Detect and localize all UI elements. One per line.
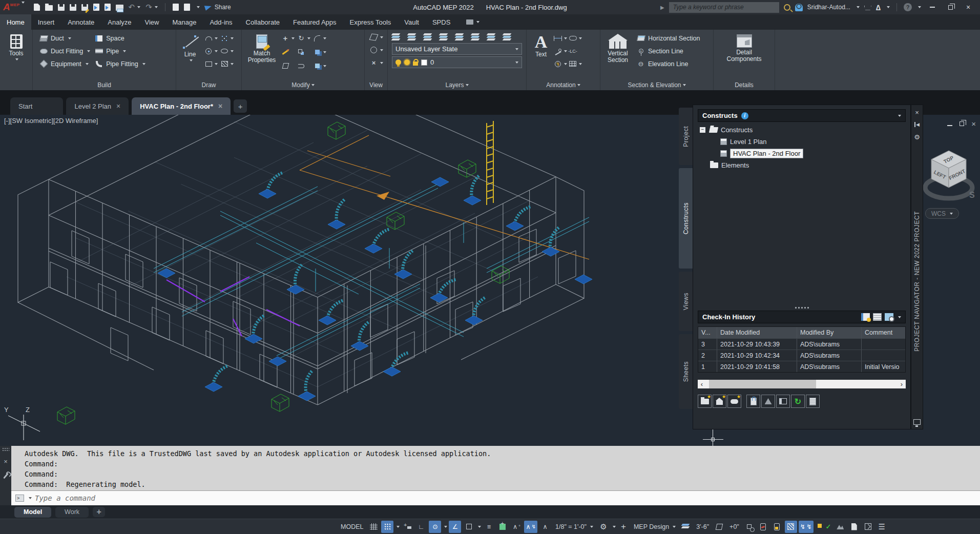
security-button[interactable] xyxy=(771,521,783,533)
app-store-cart-icon[interactable] xyxy=(864,6,871,10)
horizontal-scrollbar[interactable]: ‹ › xyxy=(698,380,906,388)
column-date-modified[interactable]: Date Modified xyxy=(717,327,797,338)
file-tab-start[interactable]: Start xyxy=(10,97,63,115)
save-button[interactable] xyxy=(70,4,76,11)
dynamic-ucs-button[interactable]: ✓ xyxy=(815,521,832,533)
restore-button[interactable] xyxy=(944,2,957,12)
save-to-web-button[interactable] xyxy=(93,4,99,11)
draw-panel-label[interactable]: Draw xyxy=(176,80,241,90)
modify-panel-label[interactable]: Modify xyxy=(242,80,364,90)
new-construct-button[interactable]: ★ xyxy=(713,395,726,408)
new-category-button[interactable]: ★ xyxy=(698,395,712,408)
view-cube-button[interactable] xyxy=(369,31,383,44)
layer-properties-icon[interactable] xyxy=(392,33,401,40)
qat-customize-caret-icon[interactable] xyxy=(197,6,200,8)
detail-view-button[interactable] xyxy=(776,395,790,408)
leader-button[interactable] xyxy=(553,45,567,57)
side-tab-views[interactable]: Views xyxy=(679,272,693,331)
text-button[interactable]: A Text xyxy=(531,32,551,80)
checkin-preview-icon[interactable] xyxy=(885,313,893,321)
customization-menu-button[interactable]: ☰ xyxy=(875,521,888,533)
layers-panel-label[interactable]: Layers xyxy=(388,80,526,90)
tools-button[interactable]: Tools xyxy=(2,32,30,90)
new-drawing-tab-button[interactable]: + xyxy=(234,99,247,113)
dynamic-input-button[interactable] xyxy=(401,521,413,533)
tree-item-hvac-plan[interactable]: HVAC Plan - 2nd Floor xyxy=(698,148,906,159)
drawing-tools-button[interactable] xyxy=(761,395,775,408)
layer-off-icon[interactable] xyxy=(408,33,416,40)
viewport-controls-label[interactable]: [-][SW Isometric][2D Wireframe] xyxy=(4,117,98,125)
layout-tab-work[interactable]: Work xyxy=(55,507,89,518)
table-button[interactable] xyxy=(568,57,582,70)
settings-gear-button[interactable]: ⚙ xyxy=(597,521,610,533)
tab-spds[interactable]: SPDS xyxy=(426,14,457,30)
tab-home[interactable]: Home xyxy=(0,14,31,30)
search-input[interactable] xyxy=(669,2,779,13)
search-expand-icon[interactable]: ▶ xyxy=(660,5,664,10)
horizontal-section-button[interactable]: Horizontal Section xyxy=(636,32,700,45)
hatch-button[interactable] xyxy=(220,57,234,70)
file-tab-hvac[interactable]: HVAC Plan - 2nd Floor*× xyxy=(132,97,231,115)
transfer-button[interactable] xyxy=(105,4,111,11)
circle-button[interactable] xyxy=(204,45,218,57)
snap-mode-button[interactable] xyxy=(381,521,393,533)
stretch-button[interactable] xyxy=(312,46,326,58)
drawing-close-button[interactable]: × xyxy=(971,119,976,128)
drawing-restore-button[interactable] xyxy=(960,119,964,128)
close-tab-icon[interactable]: × xyxy=(218,102,222,110)
tree-item-level1-plan[interactable]: Level 1 Plan xyxy=(698,136,906,148)
isoplane-caret-icon[interactable] xyxy=(478,526,481,528)
save-as-button[interactable] xyxy=(81,4,88,11)
palette-close-button[interactable]: × xyxy=(911,106,923,118)
elevation-line-button[interactable]: ⊖Elevation Line xyxy=(636,57,700,70)
arc-button[interactable] xyxy=(204,32,218,45)
explode-button[interactable] xyxy=(281,59,295,72)
layer-freeze-icon[interactable] xyxy=(440,33,448,40)
new-layout-button[interactable]: + xyxy=(93,507,105,517)
copy-button[interactable] xyxy=(297,46,310,58)
layer-previous-icon[interactable] xyxy=(487,33,496,40)
polar-caret-icon[interactable] xyxy=(444,526,447,528)
elevation-value[interactable]: 3'-6" xyxy=(694,523,712,530)
redo-button[interactable]: ↷ xyxy=(145,4,158,11)
tree-item-constructs[interactable]: − Constructs xyxy=(698,124,906,136)
side-tab-constructs[interactable]: Constructs xyxy=(679,168,693,269)
autoscale-button[interactable]: ∧↯ xyxy=(524,521,537,533)
minimize-button[interactable] xyxy=(926,2,939,12)
table-row[interactable]: 2 2021-10-29 10:42:34 ADS\subrams xyxy=(698,350,905,361)
compass-south-label[interactable]: S xyxy=(969,191,975,199)
ortho-mode-button[interactable]: ∟ xyxy=(415,521,427,533)
checkin-report-icon[interactable] xyxy=(861,313,870,321)
palette-autohide-button[interactable]: ◀ xyxy=(911,118,923,131)
undo-button[interactable]: ↶ xyxy=(129,4,141,11)
tab-vault[interactable]: Vault xyxy=(398,14,426,30)
equipment-button[interactable]: Equipment xyxy=(39,57,90,70)
app-menu-button[interactable]: A MEP xyxy=(0,2,30,13)
erase-button[interactable] xyxy=(281,46,295,58)
scroll-right-icon[interactable]: › xyxy=(898,380,906,388)
new-file-button[interactable] xyxy=(34,4,40,11)
table-row[interactable]: 3 2021-10-29 10:43:39 ADS\subrams xyxy=(698,338,905,350)
tab-featured-apps[interactable]: Featured Apps xyxy=(286,14,343,30)
tab-analyze[interactable]: Analyze xyxy=(101,14,138,30)
mirror-button[interactable] xyxy=(312,59,326,72)
add-cleanup-button[interactable]: + xyxy=(617,521,630,533)
polar-tracking-button[interactable]: ⊙ xyxy=(429,521,441,533)
user-name[interactable]: Sridhar-Autod... xyxy=(807,4,850,11)
refresh-project-button[interactable]: ↻ xyxy=(791,395,805,408)
tab-express-tools[interactable]: Express Tools xyxy=(343,14,398,30)
ellipse-button[interactable] xyxy=(220,45,234,57)
side-tab-project[interactable]: Project xyxy=(679,108,693,165)
search-icon[interactable] xyxy=(784,4,790,11)
info-icon[interactable]: i xyxy=(741,112,748,119)
drag-grip-icon[interactable] xyxy=(2,447,9,451)
recent-commands-caret-icon[interactable] xyxy=(29,497,32,499)
details-panel-label[interactable]: Details xyxy=(714,80,775,90)
duct-button[interactable]: Duct xyxy=(39,32,90,45)
column-modified-by[interactable]: Modified By xyxy=(797,327,861,338)
dimension-button[interactable] xyxy=(553,32,567,45)
tab-collaborate[interactable]: Collaborate xyxy=(239,14,287,30)
isometric-drafting-button[interactable]: ∠ xyxy=(449,521,461,533)
quick-properties-button[interactable] xyxy=(848,521,860,533)
pipe-button[interactable]: Pipe xyxy=(94,45,145,57)
